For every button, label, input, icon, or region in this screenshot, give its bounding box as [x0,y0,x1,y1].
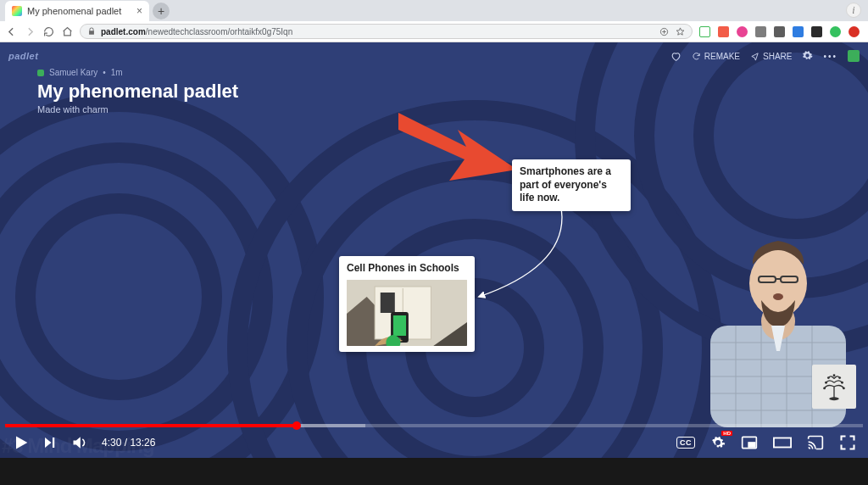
remake-icon [692,52,701,61]
url-path: /newedtechclassroom/orhtaikfx0g75Iqn [146,27,292,36]
app-top-bar: padlet REMAKE SHARE ••• [8,48,860,64]
video-viewport: padlet REMAKE SHARE ••• Samuel Kary [0,42,868,458]
channel-logo [812,365,856,409]
svg-rect-17 [381,293,395,313]
author-name: Samuel Kary [49,68,97,77]
address-row: padlet.com/newedtechclassroom/orhtaikfx0… [0,21,868,42]
title-block: Samuel Kary • 1m My phenomenal padlet Ma… [37,68,238,114]
volume-button[interactable] [71,434,88,451]
info-icon[interactable]: i [846,3,861,18]
svg-point-45 [827,376,830,379]
extensions-row [699,26,863,37]
gear-icon [710,435,726,450]
author-avatar [37,70,44,76]
extension-icon[interactable] [793,26,804,37]
svg-marker-12 [398,113,517,181]
extension-icon[interactable] [830,26,841,37]
top-actions: REMAKE SHARE ••• [670,50,860,63]
meta-separator: • [103,68,106,77]
fullscreen-icon [839,434,856,451]
address-bar[interactable]: padlet.com/newedtechclassroom/orhtaikfx0… [80,24,693,39]
play-button[interactable] [12,434,29,451]
home-button[interactable] [61,25,73,37]
next-button[interactable] [42,435,58,450]
duration: 13:26 [130,437,155,449]
remake-label: REMAKE [704,52,740,61]
next-icon [42,435,58,450]
install-icon[interactable] [659,27,669,36]
note-text: Smartphones are a part of everyone's lif… [520,165,623,205]
main-card[interactable]: Cell Phones in Schools [339,256,475,352]
svg-point-38 [773,293,783,300]
time-display: 4:30 / 13:26 [102,437,155,449]
note-card[interactable]: Smartphones are a part of everyone's lif… [512,159,631,211]
svg-point-48 [829,397,838,400]
brand-label: padlet [8,51,38,61]
tab-favicon [12,6,22,16]
svg-point-42 [843,387,845,389]
current-time: 4:30 [102,437,121,449]
page-title: My phenomenal padlet [37,81,238,103]
miniplayer-button[interactable] [741,434,758,451]
svg-point-43 [825,382,827,384]
extension-icon[interactable] [755,26,766,37]
fullscreen-button[interactable] [839,434,856,451]
share-button[interactable]: SHARE [750,52,792,61]
share-icon [750,52,760,61]
svg-point-44 [841,382,843,384]
like-button[interactable] [670,51,682,62]
cast-button[interactable] [807,434,824,451]
svg-rect-51 [774,438,791,448]
reload-button[interactable] [42,25,54,37]
forward-button[interactable] [24,25,36,37]
cast-icon [807,434,824,451]
back-button[interactable] [5,25,17,37]
theater-button[interactable] [773,434,792,451]
extension-icon[interactable] [811,26,822,37]
extension-icon[interactable] [849,26,860,37]
svg-point-47 [833,374,836,376]
svg-point-46 [838,376,841,379]
avatar-button[interactable] [848,50,860,62]
main-card-image [347,280,467,346]
url-host: padlet.com [101,27,146,36]
age-label: 1m [111,68,123,77]
play-icon [12,434,29,451]
tab-close-button[interactable]: × [136,5,142,17]
extension-icon[interactable] [699,26,710,37]
tab-strip: My phenomenal padlet × + i [0,0,868,21]
player-controls: 4:30 / 13:26 CC HD [0,427,868,458]
new-tab-button[interactable]: + [153,3,170,20]
miniplayer-icon [741,434,758,451]
gear-icon [802,50,813,61]
tab-title: My phenomenal padlet [27,6,121,16]
browser-tab[interactable]: My phenomenal padlet × [5,1,149,21]
extension-icon[interactable] [737,26,748,37]
svg-point-41 [823,387,826,389]
captions-button[interactable]: CC [676,437,695,449]
hd-badge: HD [721,431,732,436]
svg-rect-19 [393,315,406,336]
browser-chrome: My phenomenal padlet × + i padlet.com/ne… [0,0,868,42]
theater-icon [773,434,792,451]
remake-button[interactable]: REMAKE [692,52,740,61]
meta-row: Samuel Kary • 1m [37,68,238,77]
page-subtitle: Made with charm [37,104,238,114]
settings-button[interactable] [802,50,813,63]
big-arrow-icon [398,109,517,185]
settings-button[interactable]: HD [710,435,726,450]
volume-icon [71,434,88,451]
svg-rect-50 [748,443,755,447]
bookmark-star-icon[interactable] [676,27,685,36]
more-button[interactable]: ••• [823,52,837,61]
extension-icon[interactable] [774,26,785,37]
extension-icon[interactable] [718,26,729,37]
main-card-title: Cell Phones in Schools [347,262,467,276]
lock-icon [87,27,96,36]
heart-icon [670,51,682,62]
share-label: SHARE [763,52,792,61]
